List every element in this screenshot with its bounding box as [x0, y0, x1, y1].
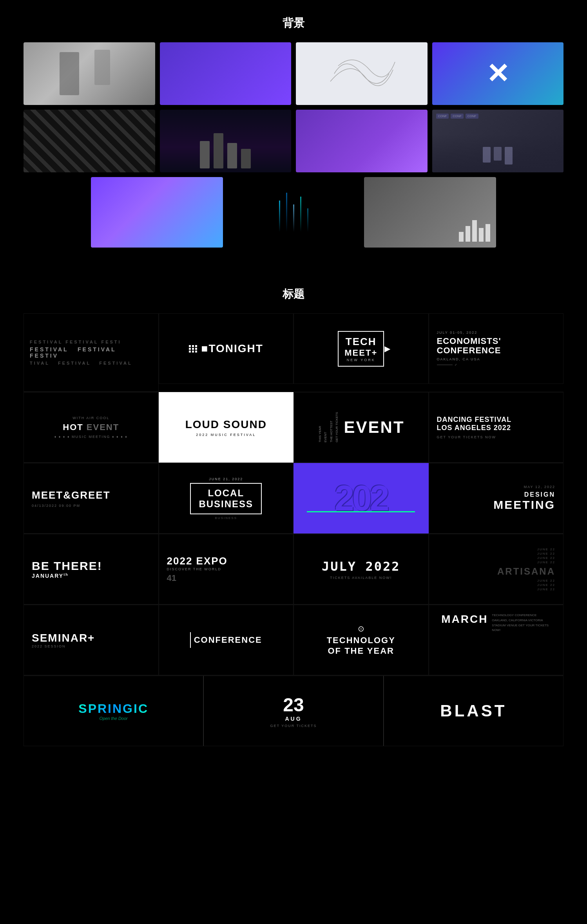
tonight-text: ■TONIGHT	[201, 342, 263, 355]
design-meeting-line1: DESIGN	[524, 491, 555, 498]
grid-icon	[189, 345, 197, 353]
title-row-4: BE THERE! JANUARYth 2022 EXPO DISCOVER T…	[24, 534, 563, 605]
meet-greet-main: MEET&GREET	[32, 489, 111, 501]
hot-event-card: WITH AIR COOL HOT EVENT ♦ ♦ ♦ ♦ MUSIC ME…	[24, 392, 159, 463]
dancing-festival-card: DANCING FESTIVAL LOS ANGELES 2022 GET YO…	[429, 392, 564, 463]
loud-sound-main: LOUD SOUND	[185, 418, 267, 431]
festival-row-1: FESTIVAL FESTIVAL FESTI	[30, 340, 121, 344]
title-section: 标题 FESTIVAL FESTIVAL FESTI FESTIVAL FEST…	[0, 271, 587, 770]
dancing-line1: DANCING FESTIVAL	[437, 416, 512, 424]
bg-thumb-dark-stage	[228, 177, 360, 248]
design-meeting-date: MAY 12, 2022	[524, 485, 555, 489]
tech-meet-line1: TECH	[346, 336, 377, 348]
loud-sound-sub: 2022 MUSIC FESTIVAL	[196, 433, 256, 437]
local-business-date: JUNE 21, 2022	[209, 477, 243, 481]
num-202-card: 202	[294, 463, 429, 533]
blast-main: BLAST	[440, 702, 507, 720]
conference-bar	[190, 632, 191, 648]
dancing-line2: LOS ANGELES 2022	[437, 424, 511, 432]
artisana-main: ARTISANA	[497, 566, 555, 577]
festival-row-3: TIVAL FESTIVAL FESTIVAL	[30, 361, 132, 365]
bg-row-1: ✕	[24, 42, 563, 105]
seminar-sub: 2022 SESSION	[32, 644, 66, 648]
bg-section-title: 背景	[0, 0, 587, 42]
title-section-title: 标题	[0, 271, 587, 313]
festival-scroll-card: FESTIVAL FESTIVAL FESTI FESTIVAL FESTIVA…	[24, 313, 159, 392]
design-meeting-card: MAY 12, 2022 DESIGN MEETING	[429, 463, 564, 533]
bg-thumb-purple-light	[91, 177, 223, 248]
aug-num: 23	[283, 694, 304, 716]
aug-sub: GET YOUR TICKETS	[270, 724, 317, 728]
blast-card: BLAST	[384, 676, 563, 746]
num-202-text: 202	[335, 478, 388, 519]
expo-2022-card: 2022 EXPO DISCOVER THE WORLD 41	[159, 534, 294, 604]
bg-row-2: CONF CONF CONF	[24, 110, 563, 172]
march-sub: TECHNOLOGY CONFERENCE OAKLAND, CALIFORNI…	[492, 613, 551, 633]
design-meeting-line2: MEETING	[493, 498, 555, 512]
expo-main: 2022 EXPO	[167, 555, 228, 567]
title-row-1: FESTIVAL FESTIVAL FESTI FESTIVAL FESTIVA…	[24, 313, 563, 392]
springic-main: SPRINGIC	[78, 702, 149, 716]
festival-row-2: FESTIVAL FESTIVAL FESTIV	[30, 346, 152, 359]
bg-thumb-bw-presenter	[364, 177, 496, 248]
title-row-5: SEMINAR+ 2022 SESSION CONFERENCE ⊙ TECHN…	[24, 605, 563, 676]
economists-card: JULY 01-05, 2022 ECONOMISTS' CONFERENCE …	[429, 313, 564, 384]
july-2022-card: JULY 2022 TICKETS AVAILABLE NOW!	[294, 534, 429, 604]
local-business-sub: BUSINESS	[215, 516, 237, 520]
expo-num: 41	[167, 573, 176, 583]
march-main: MARCH	[441, 613, 488, 626]
tonight-card: ■TONIGHT	[159, 313, 294, 384]
bg-thumb-conference: CONF CONF CONF	[432, 110, 564, 172]
bg-thumb-outline	[296, 42, 428, 105]
economists-line2: CONFERENCE	[437, 346, 501, 355]
economists-line1: ECONOMISTS'	[437, 336, 501, 346]
aug-month: AUG	[285, 716, 302, 722]
tech-meet-sub: NEW YORK	[347, 358, 375, 362]
event-side-text: GET YOUR TICKETS THE HOTTEST EVENT THIS …	[317, 412, 340, 442]
event-main: EVENT	[344, 418, 405, 437]
march-card: MARCH TECHNOLOGY CONFERENCE OAKLAND, CAL…	[429, 605, 564, 675]
artisana-card: JUNE 22 JUNE 22 JUNE 22 JUNE 22 ARTISANA…	[429, 534, 564, 604]
event-card: GET YOUR TICKETS THE HOTTEST EVENT THIS …	[294, 392, 429, 463]
local-business-card: JUNE 21, 2022 LOCAL BUSINESS BUSINESS	[159, 463, 294, 533]
conference-card: CONFERENCE	[159, 605, 294, 675]
tech-meet-card: TECH MEET+ NEW YORK ▶	[294, 313, 429, 384]
local-business-line2: BUSINESS	[199, 499, 253, 510]
title-row-6: SPRINGIC Open the Door 23 AUG GET YOUR T…	[24, 676, 563, 746]
springic-card: SPRINGIC Open the Door	[24, 676, 203, 746]
be-there-main: BE THERE!	[32, 559, 102, 573]
meet-greet-card: MEET&GREET 04/13/2022 09:00 PM	[24, 463, 159, 533]
title-row-2: WITH AIR COOL HOT EVENT ♦ ♦ ♦ ♦ MUSIC ME…	[24, 392, 563, 463]
seminar-card: SEMINAR+ 2022 SESSION	[24, 605, 159, 675]
bg-thumb-gray	[24, 42, 155, 105]
economists-date: JULY 01-05, 2022	[437, 331, 478, 335]
title-row-3: MEET&GREET 04/13/2022 09:00 PM JUNE 21, …	[24, 463, 563, 534]
be-there-sub: JANUARYth	[32, 573, 69, 579]
technology-year-card: ⊙ TECHNOLOGY OF THE YEAR	[294, 605, 429, 675]
conference-main: CONFERENCE	[194, 635, 262, 645]
local-business-line1: LOCAL	[199, 488, 253, 499]
be-there-card: BE THERE! JANUARYth	[24, 534, 159, 604]
bg-thumb-teal-x: ✕	[432, 42, 564, 105]
bg-thumb-pattern	[24, 110, 155, 172]
bg-thumb-purple2	[296, 110, 428, 172]
background-section: 背景 ✕	[0, 0, 587, 271]
july-main: JULY 2022	[322, 559, 400, 574]
bg-row-3	[91, 177, 496, 248]
technology-line1: TECHNOLOGY	[327, 635, 395, 646]
hot-event-sub: ♦ ♦ ♦ ♦ MUSIC MEETING ♦ ♦ ♦ ♦	[54, 435, 128, 439]
hot-event-main: HOT EVENT	[63, 422, 119, 432]
springic-sub: Open the Door	[100, 716, 128, 721]
economists-sub: OAKLAND, CA USA	[437, 357, 480, 361]
tech-meet-box: TECH MEET+ NEW YORK ▶	[338, 331, 384, 367]
technology-line2: OF THE YEAR	[328, 646, 394, 656]
dancing-sub: GET YOUR TICKETS NOW	[437, 435, 496, 439]
tech-meet-line2: MEET+	[344, 348, 377, 358]
meet-greet-sub: 04/13/2022 09:00 PM	[32, 504, 80, 508]
seminar-main: SEMINAR+	[32, 632, 95, 644]
hot-event-small: WITH AIR COOL	[72, 416, 109, 420]
loud-sound-card: LOUD SOUND 2022 MUSIC FESTIVAL	[159, 392, 294, 463]
aug-23-card: 23 AUG GET YOUR TICKETS	[203, 676, 383, 746]
arrow-icon: ▶	[384, 344, 390, 353]
july-sub: TICKETS AVAILABLE NOW!	[330, 576, 392, 580]
